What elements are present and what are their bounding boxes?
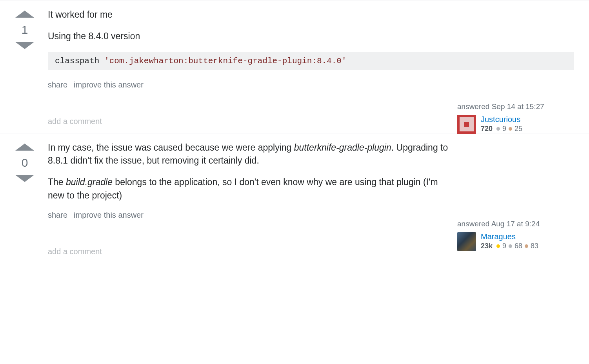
downvote-icon[interactable]: [15, 42, 34, 49]
text-run-italic: build.gradle: [66, 177, 113, 187]
improve-link[interactable]: improve this answer: [74, 211, 144, 220]
vote-column: 0: [7, 141, 42, 256]
upvote-icon[interactable]: [15, 144, 34, 151]
silver-badge-icon: [496, 127, 500, 131]
answer-body: In my case, the issue was caused because…: [42, 141, 582, 256]
avatar[interactable]: [457, 115, 476, 134]
vote-score: 1: [22, 23, 28, 36]
action-row: share improve this answer: [48, 80, 456, 89]
timestamp: Aug 17 at 9:24: [491, 220, 540, 228]
user-card-body: Justcurious 720 9 25: [457, 115, 575, 134]
paragraph: It worked for me: [48, 8, 456, 21]
share-link[interactable]: share: [48, 211, 67, 220]
text-run: Using the 8.4.0 version: [48, 31, 140, 41]
user-stats: 23k 9 68 83: [481, 242, 538, 250]
answer: 1 It worked for me Using the 8.4.0 versi…: [0, 0, 589, 133]
user-name-link[interactable]: Maragues: [481, 232, 538, 241]
post-text: It worked for me Using the 8.4.0 version…: [48, 8, 456, 70]
code-block: classpath 'com.jakewharton:butterknife-g…: [48, 52, 574, 70]
answer: 0 In my case, the issue was caused becau…: [0, 133, 589, 263]
text-run: answered: [457, 102, 492, 111]
paragraph: The build.gradle belongs to the applicat…: [48, 176, 456, 202]
silver-badge-count: 68: [514, 242, 522, 250]
code-string: 'com.jakewharton:butterknife-gradle-plug…: [104, 56, 347, 66]
share-link[interactable]: share: [48, 80, 67, 89]
text-run-italic: butterknife-gradle-plugin: [294, 142, 391, 153]
text-run: In my case, the issue was caused because…: [48, 142, 294, 153]
answered-time: answered Aug 17 at 9:24: [457, 220, 575, 228]
avatar[interactable]: [457, 232, 476, 251]
action-row: share improve this answer: [48, 211, 456, 220]
bronze-badge-count: 25: [514, 125, 522, 133]
add-comment-link[interactable]: add a comment: [48, 247, 456, 256]
bronze-badge-icon: [509, 127, 512, 131]
add-comment-link[interactable]: add a comment: [48, 117, 456, 126]
bronze-badge-count: 83: [531, 242, 538, 250]
user-card-body: Maragues 23k 9 68 83: [457, 232, 575, 251]
paragraph: In my case, the issue was caused because…: [48, 141, 456, 167]
improve-link[interactable]: improve this answer: [74, 80, 144, 89]
bronze-badge-icon: [525, 244, 528, 248]
user-name-link[interactable]: Justcurious: [481, 115, 522, 124]
gold-badge-count: 9: [502, 242, 506, 250]
user-info: Maragues 23k 9 68 83: [481, 232, 538, 251]
text-run: The: [48, 177, 66, 187]
answer-body: It worked for me Using the 8.4.0 version…: [42, 8, 582, 126]
text-run: answered: [457, 220, 491, 228]
user-card: answered Sep 14 at 15:27 Justcurious 720…: [457, 102, 575, 134]
text-run: It worked for me: [48, 9, 113, 20]
code-keyword: classpath: [55, 56, 104, 66]
paragraph: Using the 8.4.0 version: [48, 30, 456, 43]
vote-column: 1: [7, 8, 42, 126]
post-text: In my case, the issue was caused because…: [48, 141, 456, 202]
gold-badge-icon: [496, 244, 500, 248]
vote-score: 0: [22, 156, 28, 169]
user-card: answered Aug 17 at 9:24 Maragues 23k 9 6…: [457, 220, 575, 251]
user-stats: 720 9 25: [481, 125, 522, 133]
answered-time: answered Sep 14 at 15:27: [457, 102, 575, 111]
timestamp: Sep 14 at 15:27: [492, 102, 544, 111]
silver-badge-icon: [509, 244, 512, 248]
reputation: 23k: [481, 242, 493, 250]
reputation: 720: [481, 125, 493, 133]
user-info: Justcurious 720 9 25: [481, 115, 522, 134]
upvote-icon[interactable]: [15, 11, 34, 18]
downvote-icon[interactable]: [15, 175, 34, 182]
silver-badge-count: 9: [502, 125, 506, 133]
